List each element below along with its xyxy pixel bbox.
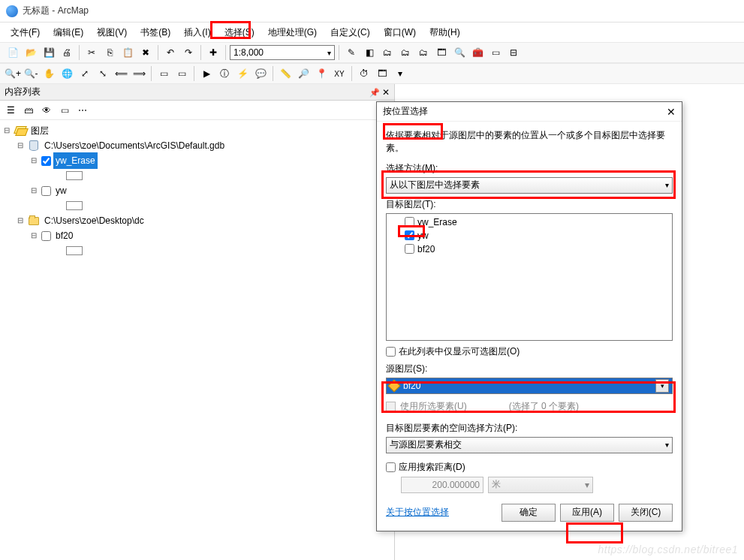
fixed-zoom-out-button[interactable]: ⤡ bbox=[95, 65, 111, 82]
tree-layer-yw-erase[interactable]: ⊟ yw_Erase bbox=[29, 153, 393, 168]
tb-icon[interactable]: 🗂 bbox=[397, 44, 414, 61]
time-slider-button[interactable]: ⏱ bbox=[356, 65, 372, 82]
selection-method-select[interactable]: 从以下图层中选择要素 ▾ bbox=[386, 177, 673, 194]
list-item[interactable]: yw bbox=[390, 229, 669, 242]
only-visible-row[interactable]: 在此列表中仅显示可选图层(O) bbox=[386, 345, 673, 358]
find-button[interactable]: 🔎 bbox=[295, 65, 312, 82]
list-by-source-button[interactable]: 🗃 bbox=[21, 103, 36, 118]
list-item[interactable]: yw_Erase bbox=[390, 215, 669, 229]
tb-icon[interactable]: 🗂 bbox=[379, 44, 396, 61]
menu-help[interactable]: 帮助(H) bbox=[423, 24, 466, 41]
menu-view[interactable]: 视图(V) bbox=[91, 24, 133, 41]
layer-visibility-checkbox[interactable] bbox=[41, 186, 51, 196]
find-route-button[interactable]: 📍 bbox=[313, 65, 330, 82]
menu-file[interactable]: 文件(F) bbox=[5, 24, 46, 41]
delete-button[interactable]: ✖ bbox=[137, 44, 154, 61]
select-elements-button[interactable]: ▶ bbox=[198, 65, 215, 82]
expander-icon[interactable]: ⊟ bbox=[15, 138, 26, 153]
hyperlink-button[interactable]: ⚡ bbox=[234, 65, 251, 82]
spatial-method-select[interactable]: 与源图层要素相交 ▾ bbox=[386, 437, 673, 453]
modelbuilder-button[interactable]: ⊟ bbox=[505, 44, 522, 61]
help-link[interactable]: 关于按位置选择 bbox=[386, 506, 449, 519]
apply-distance-row[interactable]: 应用搜索距离(D) bbox=[386, 461, 673, 474]
layer-visibility-checkbox[interactable] bbox=[41, 156, 51, 166]
open-button[interactable]: 📂 bbox=[23, 44, 39, 61]
layer-symbol[interactable] bbox=[42, 168, 393, 183]
print-button[interactable]: 🖨 bbox=[59, 44, 75, 61]
menu-edit[interactable]: 编辑(E) bbox=[47, 24, 89, 41]
search-button[interactable]: 🔍 bbox=[451, 44, 468, 61]
menu-customize[interactable]: 自定义(C) bbox=[324, 24, 376, 41]
menu-windows[interactable]: 窗口(W) bbox=[378, 24, 422, 41]
paste-button[interactable]: 📋 bbox=[119, 44, 136, 61]
html-popup-button[interactable]: 💬 bbox=[252, 65, 269, 82]
tree-layer-bf20[interactable]: ⊟ bf20 bbox=[29, 228, 393, 243]
zoom-in-button[interactable]: 🔍+ bbox=[5, 65, 21, 82]
cut-button[interactable]: ✂ bbox=[83, 44, 100, 61]
menu-bookmarks[interactable]: 书签(B) bbox=[134, 24, 176, 41]
tb-icon[interactable]: 🗂 bbox=[415, 44, 432, 61]
tree-gdb[interactable]: ⊟ C:\Users\zoe\Documents\ArcGIS\Default.… bbox=[15, 138, 393, 153]
pan-button[interactable]: ✋ bbox=[41, 65, 57, 82]
save-button[interactable]: 💾 bbox=[41, 44, 57, 61]
fixed-zoom-in-button[interactable]: ⤢ bbox=[77, 65, 93, 82]
dialog-titlebar[interactable]: 按位置选择 ✕ bbox=[377, 102, 682, 122]
select-features-button[interactable]: ▭ bbox=[155, 65, 172, 82]
dropdown-icon[interactable]: ▾ bbox=[392, 65, 408, 82]
layer-symbol[interactable] bbox=[42, 198, 393, 213]
expander-icon[interactable]: ⊟ bbox=[2, 123, 12, 138]
expander-icon[interactable]: ⊟ bbox=[29, 228, 39, 243]
expander-icon[interactable]: ⊟ bbox=[15, 213, 26, 228]
close-icon[interactable]: ✕ bbox=[382, 87, 390, 98]
list-by-drawing-order-button[interactable]: ☰ bbox=[3, 103, 18, 118]
zoom-out-button[interactable]: 🔍- bbox=[23, 65, 39, 82]
apply-distance-checkbox[interactable] bbox=[386, 462, 396, 472]
layer-checkbox[interactable] bbox=[405, 217, 414, 227]
list-item[interactable]: bf20 bbox=[390, 242, 669, 256]
layer-bf20-label[interactable]: bf20 bbox=[53, 227, 75, 244]
only-selectable-checkbox[interactable] bbox=[386, 347, 396, 357]
copy-button[interactable]: ⎘ bbox=[101, 44, 118, 61]
measure-button[interactable]: 📏 bbox=[277, 65, 294, 82]
goto-xy-button[interactable]: XY bbox=[331, 65, 348, 82]
tree-root[interactable]: ⊟ 图层 bbox=[2, 123, 393, 138]
expander-icon[interactable]: ⊟ bbox=[29, 153, 39, 168]
add-data-button[interactable]: ✚ bbox=[205, 44, 221, 61]
close-button[interactable]: 关闭(C) bbox=[619, 504, 673, 522]
tree-layer-yw[interactable]: ⊟ yw bbox=[29, 183, 393, 198]
forward-extent-button[interactable]: ⟹ bbox=[131, 65, 147, 82]
redo-button[interactable]: ↷ bbox=[180, 44, 197, 61]
back-extent-button[interactable]: ⟸ bbox=[113, 65, 129, 82]
symbol-swatch[interactable] bbox=[66, 171, 83, 180]
source-layer-select[interactable]: bf20 ▾ bbox=[386, 378, 673, 394]
list-by-visibility-button[interactable]: 👁 bbox=[39, 103, 54, 118]
menu-geoprocessing[interactable]: 地理处理(G) bbox=[262, 24, 323, 41]
layer-yw-label[interactable]: yw bbox=[53, 182, 69, 199]
pin-icon[interactable]: 📌 bbox=[369, 88, 380, 97]
identify-button[interactable]: ⓘ bbox=[216, 65, 233, 82]
scale-select[interactable]: 1:8,000▾ bbox=[230, 45, 335, 60]
apply-button[interactable]: 应用(A) bbox=[560, 504, 614, 522]
chevron-down-icon[interactable]: ▾ bbox=[655, 379, 669, 393]
tree-folder-dc[interactable]: ⊟ C:\Users\zoe\Desktop\dc bbox=[15, 213, 393, 228]
full-extent-button[interactable]: 🌐 bbox=[59, 65, 75, 82]
layer-checkbox[interactable] bbox=[405, 230, 414, 240]
tb-icon[interactable]: ◧ bbox=[361, 44, 378, 61]
close-icon[interactable]: ✕ bbox=[667, 106, 676, 118]
ok-button[interactable]: 确定 bbox=[502, 504, 556, 522]
python-button[interactable]: ▭ bbox=[487, 44, 504, 61]
layer-visibility-checkbox[interactable] bbox=[41, 231, 51, 241]
layer-yw-erase-label[interactable]: yw_Erase bbox=[53, 152, 98, 169]
target-layers-list[interactable]: yw_Erase yw bf20 bbox=[386, 213, 673, 341]
layer-checkbox[interactable] bbox=[405, 244, 414, 254]
new-button[interactable]: 📄 bbox=[5, 44, 21, 61]
undo-button[interactable]: ↶ bbox=[162, 44, 179, 61]
list-by-selection-button[interactable]: ▭ bbox=[57, 103, 72, 118]
options-button[interactable]: ⋯ bbox=[75, 103, 90, 118]
toc-tree[interactable]: ⊟ 图层 ⊟ C:\Users\zoe\Documents\ArcGIS\Def… bbox=[0, 120, 394, 560]
symbol-swatch[interactable] bbox=[66, 201, 83, 210]
menu-selection[interactable]: 选择(S) bbox=[218, 24, 261, 41]
viewer-window-button[interactable]: 🗔 bbox=[374, 65, 390, 82]
catalog-button[interactable]: 🗔 bbox=[433, 44, 450, 61]
layer-symbol[interactable] bbox=[42, 243, 393, 258]
